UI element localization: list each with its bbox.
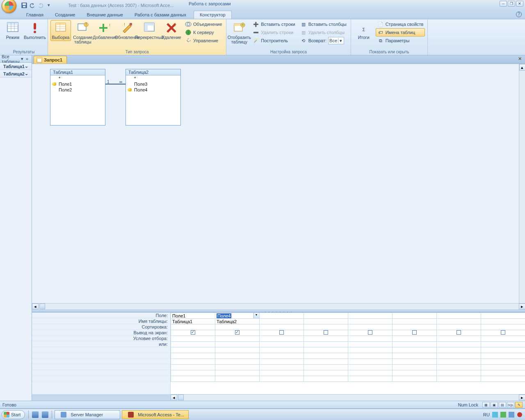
delete-cols-button[interactable]: ▥Удалить столбцы — [299, 28, 348, 37]
undo-icon[interactable] — [30, 2, 35, 8]
table1-field1[interactable]: Поле1 — [50, 81, 105, 87]
view-design-icon[interactable]: ✎ — [515, 402, 523, 408]
maketable-button[interactable]: ! Создание таблицы — [73, 20, 93, 46]
table2-field2[interactable]: Поле4 — [126, 87, 180, 93]
show-check-7[interactable] — [436, 330, 481, 336]
run-button[interactable]: Выполнить — [25, 20, 45, 41]
totals-button[interactable]: Σ Итоги — [354, 20, 374, 41]
navpane-header[interactable]: Все таблицы ▾ « — [0, 55, 32, 63]
scroll-right-icon[interactable]: ▸ — [519, 395, 525, 400]
view-button[interactable]: Режим — [2, 20, 23, 41]
table1-star[interactable]: * — [50, 75, 105, 81]
show-check-1[interactable] — [171, 330, 215, 336]
select-query-button[interactable]: Выборка — [50, 20, 71, 41]
select-query-icon — [54, 21, 67, 34]
view-sql-icon[interactable]: SQL — [507, 402, 514, 408]
tab-home[interactable]: Главная — [21, 11, 49, 19]
insert-rows-button[interactable]: ➕Вставить строки — [251, 20, 297, 28]
table1-field2[interactable]: Поле2 — [50, 87, 105, 93]
show-check-6[interactable] — [392, 330, 436, 336]
union-button[interactable]: Объединение — [183, 20, 224, 28]
cell-table-1[interactable]: Таблица1 — [171, 319, 215, 324]
crosstab-button[interactable]: Перекрестный — [139, 20, 160, 41]
help-icon[interactable]: ? — [516, 11, 522, 17]
tray-icon-3[interactable] — [509, 412, 514, 418]
show-desktop-icon[interactable] — [32, 411, 39, 418]
doctab-query1[interactable]: Запрос1 — [34, 56, 67, 64]
table2-star[interactable]: * — [126, 75, 180, 81]
language-indicator[interactable]: RU — [483, 412, 490, 417]
tray-icon-1[interactable] — [492, 412, 498, 418]
builder-button[interactable]: 🪄Построитель — [251, 37, 297, 45]
view-pivotchart-icon[interactable]: ▤ — [499, 402, 506, 408]
parameters-button[interactable]: ⧉Параметры — [376, 37, 425, 45]
navgroup-table1[interactable]: Таблица1 ⌄ — [0, 63, 32, 70]
view-pivottable-icon[interactable]: ▣ — [491, 402, 498, 408]
restore-button[interactable]: ❐ — [508, 1, 515, 7]
scroll-right-icon[interactable]: ▸ — [519, 304, 525, 309]
grid-hscrollbar[interactable]: ◂ ▸ — [171, 394, 525, 401]
scroll-thumb[interactable] — [39, 304, 45, 309]
tab-database-tools[interactable]: Работа с базами данных — [129, 11, 192, 19]
cell-table-2[interactable]: Таблица2 — [215, 319, 259, 324]
label-sort: Сортировка: — [32, 324, 170, 330]
tab-create[interactable]: Создание — [49, 11, 81, 19]
chevron-down-icon[interactable]: ▾ — [21, 56, 23, 62]
scroll-thumb[interactable] — [178, 395, 184, 400]
datadef-button[interactable]: Управление — [183, 37, 224, 45]
view-datasheet-icon[interactable]: ▦ — [482, 402, 490, 408]
close-button[interactable]: ✕ — [516, 1, 523, 7]
minimize-button[interactable]: ─ — [500, 1, 507, 7]
grid-columns[interactable]: Поле1 Поле4▾ Таблица1 Таблица2 — [171, 313, 525, 394]
tray-icon-4[interactable] — [517, 412, 523, 418]
chevron-down-icon[interactable]: ▾ — [253, 313, 259, 318]
passthrough-button[interactable]: К серверу — [183, 28, 224, 37]
office-button[interactable] — [2, 0, 16, 13]
save-icon[interactable] — [21, 2, 27, 8]
return-combo[interactable]: Все▾ — [328, 37, 344, 44]
qat-dropdown-icon[interactable]: ▾ — [46, 2, 52, 8]
cell-field-1[interactable]: Поле1 — [171, 313, 215, 319]
canvas-hscrollbar[interactable]: ◂ ▸ — [32, 303, 525, 310]
group-totals: Σ Итоги 📄Страница свойств 🏷Имена таблиц … — [351, 19, 428, 55]
show-check-4[interactable] — [304, 330, 348, 336]
show-check-8[interactable] — [481, 330, 525, 336]
showtable-button[interactable]: + Отобразить таблицу — [229, 20, 249, 46]
task1-label: Server Manager — [71, 412, 103, 417]
start-button[interactable]: Start — [2, 410, 25, 419]
table-box-2[interactable]: Таблица2 * Поле3 Поле4 — [126, 69, 181, 126]
redo-icon[interactable] — [38, 2, 43, 8]
insert-cols-button[interactable]: ▥Вставить столбцы — [299, 20, 348, 28]
explorer-icon[interactable] — [42, 411, 48, 418]
delete-query-button[interactable]: ! Удаление — [161, 20, 182, 41]
task2-label: Microsoft Access - Te... — [138, 412, 184, 417]
update-button[interactable]: ! Обновление — [117, 20, 137, 41]
collapse-navpane-icon[interactable]: « — [24, 56, 30, 62]
close-doctab-icon[interactable]: ✕ — [517, 56, 523, 62]
ribbon-tabs: Главная Создание Внешние данные Работа с… — [0, 10, 525, 19]
canvas-vscrollbar[interactable]: ▴ — [519, 64, 525, 303]
scroll-left-icon[interactable]: ◂ — [171, 395, 177, 400]
table2-field1[interactable]: Поле3 — [126, 81, 180, 87]
cell-field-3[interactable] — [259, 313, 304, 319]
svg-text:!: ! — [85, 22, 87, 27]
propsheet-button[interactable]: 📄Страница свойств — [376, 20, 425, 28]
show-check-5[interactable] — [348, 330, 392, 336]
show-check-3[interactable] — [259, 330, 304, 336]
taskbar-task-access[interactable]: Microsoft Access - Te... — [122, 410, 189, 419]
show-check-2[interactable] — [215, 330, 259, 336]
scroll-up-icon[interactable]: ▴ — [519, 64, 525, 71]
tray-icon-2[interactable] — [500, 412, 506, 418]
scroll-left-icon[interactable]: ◂ — [32, 304, 39, 309]
tab-external-data[interactable]: Внешние данные — [81, 11, 129, 19]
taskbar-task-server-manager[interactable]: Server Manager — [55, 410, 120, 419]
tablenames-button[interactable]: 🏷Имена таблиц — [376, 28, 425, 37]
tab-design[interactable]: Конструктор — [194, 11, 232, 19]
delete-rows-button[interactable]: ➖Удалить строки — [251, 28, 297, 37]
append-button[interactable]: ! Добавление — [95, 20, 115, 41]
query-diagram-canvas[interactable]: Таблица1 * Поле1 Поле2 Таблица2 * Поле3 … — [32, 64, 525, 303]
navgroup-table2[interactable]: Таблица2 ⌄ — [0, 70, 32, 78]
totals-label: Итоги — [358, 35, 370, 40]
cell-field-2[interactable]: Поле4▾ — [215, 313, 259, 319]
table-box-1[interactable]: Таблица1 * Поле1 Поле2 — [50, 69, 105, 126]
